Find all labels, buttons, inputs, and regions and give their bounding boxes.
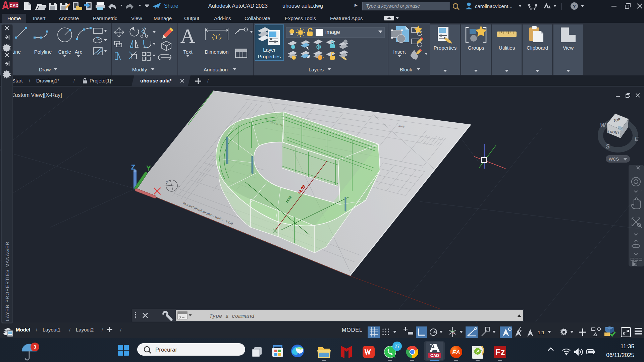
svg-text:Polyline: Polyline [34,49,52,55]
svg-text:Clipboard: Clipboard [527,45,548,51]
svg-text:View: View [563,45,574,51]
svg-text:Z: Z [131,164,135,171]
svg-text:Utilities: Utilities [499,45,515,51]
svg-text:uth sections; scale : 1/150.: uth sections; scale : 1/150. [299,95,332,103]
svg-text:27: 27 [394,344,400,349]
svg-text:WCS: WCS [609,157,619,162]
svg-text:CAD: CAD [430,353,439,358]
svg-text:Y: Y [147,165,151,172]
svg-text:3: 3 [34,344,36,350]
svg-text:Circle: Circle [58,49,71,55]
svg-text:A: A [180,24,196,47]
svg-text:Fz: Fz [495,347,505,357]
svg-text:EA: EA [452,349,460,356]
svg-text:S: S [606,143,610,150]
svg-text:Layers: Layers [309,67,324,72]
svg-text:W: W [600,122,606,129]
svg-text:?: ? [573,3,576,9]
svg-text:CAD: CAD [10,3,18,8]
svg-text:Layer: Layer [263,47,276,53]
svg-text:MODEL: MODEL [342,327,363,333]
svg-text:N: N [166,181,168,184]
svg-text:Procurar: Procurar [155,347,177,353]
svg-text:Dimension: Dimension [205,49,229,55]
svg-text:Draw: Draw [39,67,51,72]
svg-text:Insert: Insert [393,49,406,55]
svg-text:Properties: Properties [258,54,281,59]
svg-text:/: / [36,327,38,333]
svg-text:Custom View][X-Ray]: Custom View][X-Ray] [11,92,62,98]
svg-text:1:1: 1:1 [538,329,545,335]
svg-text:image: image [325,29,340,35]
svg-text:Text: Text [183,49,193,55]
svg-text:/: / [102,327,103,333]
svg-text:Block: Block [400,67,412,72]
svg-text:Annotation: Annotation [204,67,228,72]
svg-text:Type a command: Type a command [209,313,255,319]
svg-text:Layout2: Layout2 [76,327,94,333]
svg-text:Model: Model [16,327,30,333]
svg-text:E: E [635,136,639,142]
svg-text:Arc: Arc [75,49,83,55]
svg-text:LAYER PROPERTIES MANAGER: LAYER PROPERTIES MANAGER [5,242,10,321]
svg-text:Layout1: Layout1 [43,327,60,333]
svg-text:carolinacvicent...: carolinacvicent... [475,3,513,9]
svg-text:/: / [69,327,71,333]
svg-text:Modify: Modify [132,67,147,72]
svg-text:Groups: Groups [468,45,484,51]
svg-text:/: / [120,327,122,333]
svg-text:11:35: 11:35 [621,343,634,350]
svg-text:Properties: Properties [434,45,457,51]
svg-text:06/11/2025: 06/11/2025 [606,352,634,358]
svg-text:FRONT: FRONT [608,130,620,135]
